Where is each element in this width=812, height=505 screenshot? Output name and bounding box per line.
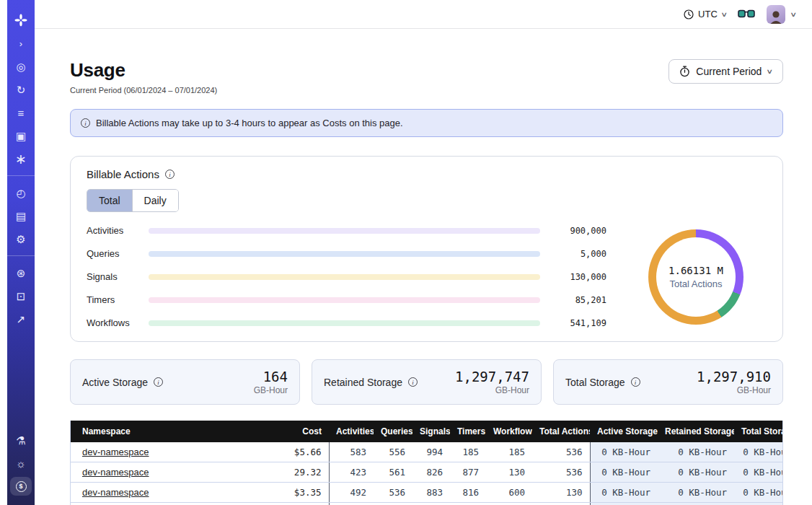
- bar-track: [149, 274, 540, 280]
- namespace-usage-table-wrap: Namespace Cost Activities Queries Signal…: [70, 421, 783, 505]
- namespace-link[interactable]: dev-namespace: [82, 467, 149, 478]
- active-storage-value: 164: [254, 369, 288, 385]
- current-period-subtitle: Current Period (06/01/2024 – 07/01/2024): [70, 86, 217, 95]
- signals-cell: 826: [412, 462, 450, 483]
- user-menu[interactable]: ∨: [767, 5, 796, 24]
- page-title: Usage: [70, 59, 217, 82]
- main-area: UTC ∨ ∨ Usage Current Period (06/01/2024…: [35, 0, 812, 505]
- info-icon[interactable]: i: [408, 377, 418, 387]
- col-total-actions: Total Actions: [532, 421, 590, 442]
- temporal-logo-icon[interactable]: [12, 11, 30, 30]
- glasses-button[interactable]: [738, 9, 755, 19]
- retained-storage-cell: [658, 503, 734, 505]
- info-icon[interactable]: i: [81, 118, 90, 128]
- bar-label: Timers: [87, 294, 149, 305]
- total-storage-cell: 0 KB-Hour: [734, 462, 783, 483]
- lab-flask-icon[interactable]: ⚗: [12, 431, 30, 449]
- timers-cell: [450, 503, 486, 505]
- sidebar-divider: [7, 175, 35, 176]
- clock-icon: [684, 9, 694, 19]
- total-actions-donut: 1.66131 M Total Actions: [648, 229, 743, 325]
- table-row-partial: dev-namespace: [71, 503, 783, 505]
- settings-icon[interactable]: ⚙: [12, 229, 30, 248]
- queries-cell: 536: [374, 483, 412, 503]
- support-icon[interactable]: ⊛: [12, 263, 30, 282]
- usage-bar-row: Queries 5,000: [87, 248, 606, 259]
- deployments-icon[interactable]: ▣: [12, 126, 30, 145]
- namespace-link[interactable]: dev-namespace: [82, 487, 149, 498]
- retained-storage-label: Retained Storage: [324, 377, 402, 388]
- tab-daily[interactable]: Daily: [132, 190, 178, 211]
- sidebar-collapse-icon[interactable]: ›: [12, 34, 30, 53]
- bar-label: Queries: [87, 248, 149, 259]
- usage-icon[interactable]: ◴: [12, 183, 30, 202]
- tab-total[interactable]: Total: [87, 190, 132, 211]
- page-title-block: Usage Current Period (06/01/2024 – 07/01…: [70, 59, 217, 95]
- period-selector-button[interactable]: Current Period ∨: [668, 59, 783, 84]
- cost-cell: $3.35: [264, 483, 329, 503]
- signals-cell: 994: [412, 442, 450, 462]
- sidebar-divider: [7, 255, 35, 256]
- timers-cell: 877: [450, 462, 486, 483]
- signals-cell: 883: [412, 483, 450, 503]
- queries-cell: 561: [374, 462, 412, 483]
- dollar-icon: $: [16, 481, 27, 492]
- col-timers: Timers: [450, 421, 486, 442]
- usage-page: Usage Current Period (06/01/2024 – 07/01…: [35, 29, 812, 505]
- bar-label: Activities: [87, 225, 149, 236]
- bar-track: [149, 251, 540, 257]
- total-storage-unit: GB-Hour: [697, 385, 771, 395]
- schedules-icon[interactable]: ↻: [12, 80, 30, 99]
- active-storage-cell: 0 KB-Hour: [590, 483, 658, 503]
- total-actions-cell: 130: [532, 483, 590, 503]
- billable-actions-title: Billable Actions: [87, 168, 159, 180]
- bar-label: Workflows: [87, 317, 149, 328]
- total-actions-value: 1.66131 M: [668, 265, 723, 276]
- queries-cell: [374, 503, 412, 505]
- retained-storage-cell: 0 KB-Hour: [658, 483, 734, 503]
- bar-value: 5,000: [540, 249, 606, 259]
- activities-cell: 492: [329, 483, 374, 503]
- table-header-row: Namespace Cost Activities Queries Signal…: [71, 421, 783, 442]
- namespace-link[interactable]: dev-namespace: [82, 447, 149, 457]
- info-icon[interactable]: i: [154, 377, 163, 387]
- total-actions-cell: 536: [532, 442, 590, 462]
- bar-value: 900,000: [540, 226, 606, 236]
- total-storage-value: 1,297,910: [697, 369, 771, 385]
- activities-cell: [329, 503, 374, 505]
- billing-dollar-button[interactable]: $: [10, 477, 32, 496]
- total-actions-cell: 536: [532, 462, 590, 483]
- billable-actions-info-banner: i Billable Actions may take up to 3-4 ho…: [70, 109, 783, 137]
- usage-bar-row: Workflows 541,109: [87, 317, 606, 328]
- total-actions-donut-wrap: 1.66131 M Total Actions: [625, 229, 767, 325]
- workflows-cell: [486, 503, 532, 505]
- cost-cell: $5.66: [264, 442, 329, 462]
- bar-value: 130,000: [540, 272, 606, 282]
- col-active-storage: Active Storage: [590, 421, 658, 442]
- retained-storage-value: 1,297,747: [455, 369, 529, 385]
- stopwatch-icon: [679, 66, 690, 77]
- getting-started-icon[interactable]: ↗: [12, 309, 30, 328]
- avatar: [767, 5, 785, 24]
- nexus-icon[interactable]: ∗: [12, 149, 30, 168]
- app-window: › ◎ ↻ ≡ ▣ ∗ ◴ ▤ ⚙ ⊛ ⊡ ↗ ⚗ ☼ $ UTC ∨: [0, 0, 812, 505]
- timers-cell: 185: [450, 442, 486, 462]
- theme-sun-icon[interactable]: ☼: [12, 454, 30, 473]
- col-cost: Cost: [264, 421, 329, 442]
- total-actions-cell: [532, 503, 590, 505]
- billing-icon[interactable]: ▤: [12, 206, 30, 225]
- namespace-usage-table: Namespace Cost Activities Queries Signal…: [71, 421, 783, 505]
- signals-cell: [412, 503, 450, 505]
- stack-icon[interactable]: ≡: [12, 103, 30, 122]
- info-icon[interactable]: i: [165, 170, 175, 179]
- workflows-cell: 130: [486, 462, 532, 483]
- billable-actions-bar-chart: Activities 900,000 Queries 5,000 Signals: [87, 225, 625, 328]
- billable-actions-card: Billable Actions i Total Daily Activitie…: [70, 156, 783, 342]
- docs-icon[interactable]: ⊡: [12, 286, 30, 305]
- info-icon[interactable]: i: [631, 377, 640, 387]
- timezone-selector[interactable]: UTC ∨: [684, 9, 726, 19]
- billable-view-tabs: Total Daily: [87, 189, 179, 212]
- retained-storage-cell: 0 KB-Hour: [658, 442, 734, 462]
- namespaces-icon[interactable]: ◎: [12, 57, 30, 76]
- active-storage-cell: 0 KB-Hour: [590, 442, 658, 462]
